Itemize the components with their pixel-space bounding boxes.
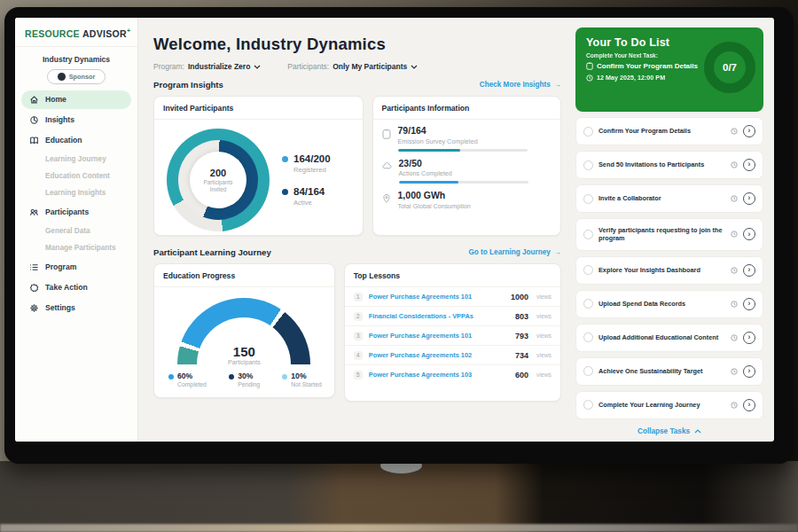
sidebar-item-participants[interactable]: Participants xyxy=(21,203,131,222)
task-row-1[interactable]: Confirm Your Program Details › xyxy=(575,117,763,145)
sponsor-icon xyxy=(58,73,66,81)
lesson-row-3[interactable]: 3 Power Purchase Agreements 101 793 view… xyxy=(345,326,560,346)
cloud-icon xyxy=(382,161,392,169)
task-go-button[interactable]: › xyxy=(743,125,755,137)
lesson-title-link[interactable]: Financial Considerations - VPPAs xyxy=(369,312,509,320)
chevron-right-icon: › xyxy=(748,401,751,409)
lesson-rank: 2 xyxy=(354,312,363,321)
program-value: Industrialize Zero xyxy=(188,62,250,71)
task-go-button[interactable]: › xyxy=(743,264,755,277)
sidebar-item-take-action[interactable]: Take Action xyxy=(21,278,131,297)
collapse-tasks-link[interactable]: Collapse Tasks xyxy=(575,427,763,435)
task-row-3[interactable]: Invite a Collaborator › xyxy=(575,184,763,213)
task-row-7[interactable]: Upload Additional Educational Content › xyxy=(575,324,763,352)
sidebar-item-insights[interactable]: Insights xyxy=(21,111,131,129)
top-lessons-card: Top Lessons 1 Power Purchase Agreements … xyxy=(344,263,561,402)
task-checkbox[interactable] xyxy=(583,400,593,410)
gauge-center-label: Participants xyxy=(177,359,310,365)
education-legend: 60% Completed 30% Pending xyxy=(154,365,334,387)
pin-icon xyxy=(382,193,391,204)
task-checkbox[interactable] xyxy=(583,230,593,239)
invited-donut-chart: 200 Participants Invited xyxy=(167,129,270,231)
actions-bar xyxy=(399,181,528,184)
lesson-title-link[interactable]: Power Purchase Agreements 102 xyxy=(369,351,509,359)
chevron-right-icon: › xyxy=(748,266,751,274)
task-checkbox[interactable] xyxy=(583,160,593,170)
list-icon xyxy=(29,262,39,272)
task-go-button[interactable]: › xyxy=(743,332,755,344)
task-checkbox[interactable] xyxy=(583,299,593,309)
lesson-views-suffix: views xyxy=(536,372,552,378)
gear-icon xyxy=(29,303,39,313)
lesson-views: 734 xyxy=(515,351,528,360)
sidebar-item-learning-journey[interactable]: Learning Journey xyxy=(21,152,131,168)
emission-survey-bar-fill xyxy=(398,149,460,152)
learning-journey-header: Participant Learning Journey Go to Learn… xyxy=(153,247,561,257)
sponsor-badge[interactable]: Sponsor xyxy=(47,69,106,84)
lesson-row-1[interactable]: 1 Power Purchase Agreements 101 1000 vie… xyxy=(345,287,560,307)
task-row-4[interactable]: Verify participants requesting to join t… xyxy=(575,218,763,251)
education-card-title: Education Progress xyxy=(154,264,334,287)
task-row-5[interactable]: Explore Your Insights Dashboard › xyxy=(575,256,763,285)
sidebar-item-learning-insights[interactable]: Learning Insights xyxy=(21,185,131,201)
task-go-button[interactable]: › xyxy=(743,298,755,310)
lesson-title-link[interactable]: Power Purchase Agreements 103 xyxy=(369,371,509,379)
task-row-9[interactable]: Complete Your Learning Journey › xyxy=(575,391,763,419)
page-title: Welcome, Industry Dynamics xyxy=(153,35,561,54)
task-checkbox[interactable] xyxy=(583,265,593,275)
task-go-button[interactable]: › xyxy=(743,228,755,240)
sidebar-item-settings[interactable]: Settings xyxy=(21,299,131,317)
sidebar-item-education-content[interactable]: Education Content xyxy=(21,168,131,184)
lesson-row-2[interactable]: 2 Financial Considerations - VPPAs 803 v… xyxy=(345,307,560,326)
task-checkbox[interactable] xyxy=(583,194,593,204)
lesson-views: 803 xyxy=(515,312,528,321)
sidebar-item-manage-participants[interactable]: Manage Participants xyxy=(21,240,131,256)
lesson-views-suffix: views xyxy=(536,332,552,339)
task-checkbox[interactable] xyxy=(583,366,593,376)
task-checkbox[interactable] xyxy=(583,127,593,137)
task-label: Explore Your Insights Dashboard xyxy=(598,266,725,274)
pending-dot xyxy=(229,374,234,379)
lesson-title-link[interactable]: Power Purchase Agreements 101 xyxy=(369,293,505,301)
lesson-views-suffix: views xyxy=(536,293,552,300)
clock-icon xyxy=(586,74,593,82)
task-row-2[interactable]: Send 50 Invitations to Participants › xyxy=(575,151,763,179)
logo-resource: RESOURCE xyxy=(25,28,80,39)
todo-progress-value: 0/7 xyxy=(723,62,737,73)
participants-information-card: Participants Information 79/164 Emission… xyxy=(372,96,561,236)
lesson-title-link[interactable]: Power Purchase Agreements 101 xyxy=(369,332,509,340)
go-to-learning-journey-link[interactable]: Go to Learning Journey → xyxy=(468,248,561,256)
task-go-button[interactable]: › xyxy=(743,192,755,205)
participants-dropdown[interactable]: Participants: Only My Participants xyxy=(287,62,418,71)
participants-value: Only My Participants xyxy=(332,62,407,71)
gauge-center: 150 Participants xyxy=(177,345,310,365)
task-go-button[interactable]: › xyxy=(743,159,755,171)
not-started-dot xyxy=(282,374,287,379)
chevron-up-icon xyxy=(694,429,701,434)
task-row-8[interactable]: Achieve One Sustainability Target › xyxy=(575,357,763,386)
sidebar-item-education[interactable]: Education xyxy=(21,131,131,150)
sidebar-item-program[interactable]: Program xyxy=(21,258,131,277)
sidebar-item-home[interactable]: Home xyxy=(21,90,131,109)
task-checkbox[interactable] xyxy=(583,332,593,342)
emission-survey-value: 79/164 xyxy=(398,126,528,137)
insights-cards-row: Invited Participants 200 Participants In… xyxy=(153,96,561,236)
lesson-row-5[interactable]: 5 Power Purchase Agreements 103 600 view… xyxy=(345,365,560,384)
todo-column: Your To Do List Complete Your Next Task:… xyxy=(572,18,774,442)
actions-bar-fill xyxy=(399,181,458,184)
sidebar-item-label: Education xyxy=(45,136,82,145)
sidebar-item-general-data[interactable]: General Data xyxy=(21,223,131,239)
learning-journey-title: Participant Learning Journey xyxy=(153,247,271,257)
clock-icon xyxy=(731,161,738,168)
sidebar-item-label: Participants xyxy=(45,207,89,216)
program-dropdown[interactable]: Program: Industrialize Zero xyxy=(153,62,261,71)
lesson-row-4[interactable]: 4 Power Purchase Agreements 102 734 view… xyxy=(345,346,560,365)
task-row-6[interactable]: Upload Spend Data Records › xyxy=(575,290,763,318)
invited-card-body: 200 Participants Invited 164/200 Registe… xyxy=(154,120,363,231)
clock-icon xyxy=(731,128,738,135)
task-go-button[interactable]: › xyxy=(743,365,755,378)
sidebar-item-label: Home xyxy=(45,95,66,104)
education-gauge-chart: 150 Participants xyxy=(177,298,310,365)
check-more-insights-link[interactable]: Check More Insights → xyxy=(480,81,561,89)
task-go-button[interactable]: › xyxy=(743,399,755,411)
